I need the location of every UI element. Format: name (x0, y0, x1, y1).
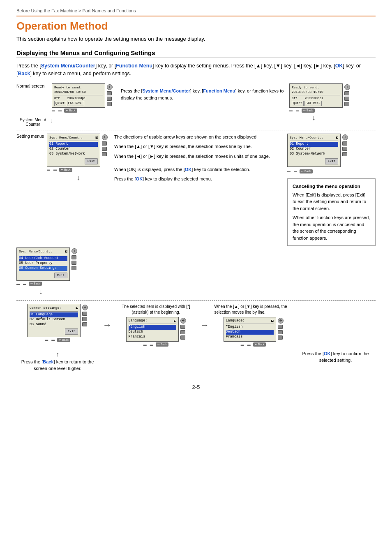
desc-ok-confirm: When [OK] is displayed, press the [OK] k… (114, 166, 281, 173)
exit-button-menu3[interactable]: Exit (54, 273, 67, 279)
cancel-note-box: Canceling the menu operation When [Exit]… (287, 178, 376, 246)
page-number: 2-5 (16, 384, 376, 390)
exit-button-right[interactable]: Exit (325, 158, 338, 164)
center-description-1: Press the [System Menu/Counter] key, [Fu… (117, 83, 285, 102)
function-menu-link: Function Menu (116, 63, 152, 69)
lcd-screen-menu3: Sys. Menu/Count.: ⬕ 04 User/Job Account … (16, 247, 70, 281)
lcd-screen-lang-mid: Language: ⬕ *English Deutsch Francais (126, 317, 179, 342)
screen-buttons-right: ✛ (344, 84, 350, 106)
setting-menus-label: Setting menus (16, 134, 45, 139)
center-description-2: The directions of usable arrow keys are … (112, 134, 283, 183)
selection-moves-caption: When the [▲] or [▼] key is pressed, the … (214, 304, 293, 315)
exit-button-common[interactable]: Exit (65, 328, 78, 335)
menu3-buttons: ✛ (71, 248, 77, 270)
back-button-menu1[interactable]: ↩ Back (59, 168, 72, 172)
system-menu-label: System Menu/Counter (16, 118, 49, 127)
bottom-caption-left: Press the [Back] key to return to the sc… (16, 359, 99, 372)
asterisk-caption: The selected item is displayed with [*] … (120, 304, 192, 315)
lang-mid-buttons: ✛ (180, 318, 186, 340)
desc-left-right: When the [◄] or [►] key is pressed, the … (114, 153, 281, 160)
menu2-buttons: ✛ (342, 134, 348, 156)
lcd-screen-menu1: Sys. Menu/Count.: ⬕ 01 Report 02 Counter… (47, 134, 100, 167)
desc-arrow-keys: The directions of usable arrow keys are … (114, 134, 281, 141)
back-button-lang-right[interactable]: ↩ Back (253, 342, 266, 347)
cancel-text1: When [Exit] is displayed, press [Exit] t… (293, 192, 370, 212)
screen-buttons: ✛ (107, 84, 113, 106)
lcd-screen-menu2: Sys. Menu/Count.: ⬕ 01 Report 02 Counter… (287, 134, 341, 167)
body-text: Press the [System Menu/Counter] key, or … (16, 62, 376, 78)
lcd-screen-common: Common Settings: ⬕ 01 Language 02 Defaul… (27, 304, 81, 337)
page-title: Operation Method (16, 20, 376, 32)
dashed-separator-2 (16, 300, 376, 301)
cancel-title: Canceling the menu operation (293, 183, 370, 190)
lcd-screen-main: Ready to send.2013/08/08 10:10 Off 200x1… (52, 83, 105, 108)
desc-ok-display: Press the [OK] key to display the select… (114, 176, 281, 183)
bottom-caption-right: Press the [OK] key to confirm the select… (295, 351, 376, 363)
back-button-lang-mid[interactable]: ↩ Back (156, 342, 169, 347)
common-buttons: ✛ (82, 305, 88, 326)
normal-screen-label: Normal screen (16, 83, 49, 88)
arrow-right-2: → (200, 320, 209, 331)
back-button-main[interactable]: ↩ Back (64, 109, 77, 113)
cancel-text2: When other function keys are pressed, th… (293, 214, 370, 241)
menu1-buttons: ✛ (102, 134, 108, 156)
breadcrumb: Before Using the Fax Machine > Part Name… (16, 8, 376, 16)
lcd-screen-right-top: Ready to send.2013/08/08 10:10 Off 200x1… (289, 83, 343, 108)
back-button-menu2[interactable]: ↩ Back (300, 169, 313, 173)
lcd-screen-lang-right: Language: ⬕ *English Deutsch Francais (224, 317, 276, 342)
system-menu-counter-link: System Menu/Counter (41, 63, 95, 69)
arrow-right-1: → (103, 320, 112, 331)
section1-title: Displaying the Menus and Configuring Set… (16, 49, 376, 58)
back-button-menu3[interactable]: ↩ Back (29, 282, 42, 286)
exit-button[interactable]: Exit (85, 158, 98, 164)
desc-up-down: When the [▲] or [▼] key is pressed, the … (114, 143, 281, 150)
back-button-right[interactable]: ↩ Back (302, 109, 315, 113)
dashed-separator-1 (16, 130, 376, 130)
back-link: Back (18, 71, 30, 76)
arrow-up-left: ↑ (16, 351, 99, 358)
back-button-common[interactable]: ↩ Back (57, 338, 70, 342)
diagram-area: Normal screen Ready to send.2013/08/08 1… (16, 83, 376, 372)
intro-text: This section explains how to operate the… (16, 36, 376, 42)
lang-right-buttons: ✛ (278, 318, 284, 340)
ok-link: OK (335, 63, 343, 69)
